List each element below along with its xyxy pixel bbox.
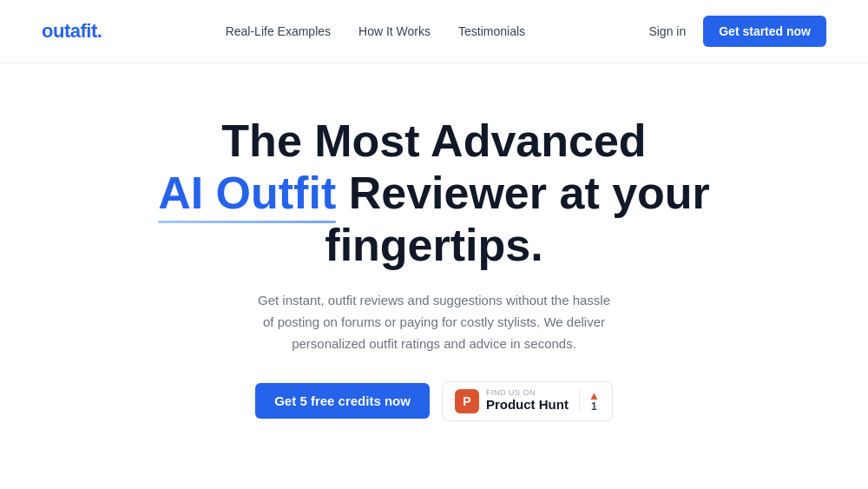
section-2: See How Our AI Chooses the Perfect Outfi… — [0, 456, 868, 489]
navbar: outafit. Real-Life Examples How It Works… — [0, 0, 868, 63]
hero-title-part1: The Most Advanced — [221, 116, 646, 166]
hero-section: The Most Advanced AI Outfit Reviewer at … — [0, 63, 868, 456]
product-hunt-find-us-label: FIND US ON — [486, 389, 536, 397]
hero-cta-button[interactable]: Get 5 free credits now — [255, 383, 430, 419]
product-hunt-count: 1 — [591, 401, 597, 412]
nav-link-real-life-examples[interactable]: Real-Life Examples — [226, 24, 331, 38]
nav-links: Real-Life Examples How It Works Testimon… — [226, 24, 525, 38]
hero-title-part2: Reviewer at yourfingertips. — [325, 168, 710, 270]
product-hunt-name: Product Hunt — [486, 397, 569, 413]
logo[interactable]: outafit. — [42, 20, 102, 43]
product-hunt-text: FIND US ON Product Hunt — [486, 389, 569, 413]
sign-in-link[interactable]: Sign in — [648, 24, 686, 38]
hero-subtitle: Get instant, outfit reviews and suggesti… — [252, 290, 616, 354]
hero-title-highlight: AI Outfit — [158, 168, 336, 220]
nav-link-how-it-works[interactable]: How It Works — [358, 24, 431, 38]
hero-title: The Most Advanced AI Outfit Reviewer at … — [158, 116, 710, 271]
get-started-button[interactable]: Get started now — [703, 16, 826, 47]
nav-actions: Sign in Get started now — [648, 16, 826, 47]
nav-link-testimonials[interactable]: Testimonials — [458, 24, 525, 38]
product-hunt-upvote: ▲ 1 — [579, 390, 600, 412]
hero-actions: Get 5 free credits now P FIND US ON Prod… — [255, 381, 613, 421]
product-hunt-icon: P — [455, 389, 479, 413]
product-hunt-badge[interactable]: P FIND US ON Product Hunt ▲ 1 — [442, 381, 613, 421]
